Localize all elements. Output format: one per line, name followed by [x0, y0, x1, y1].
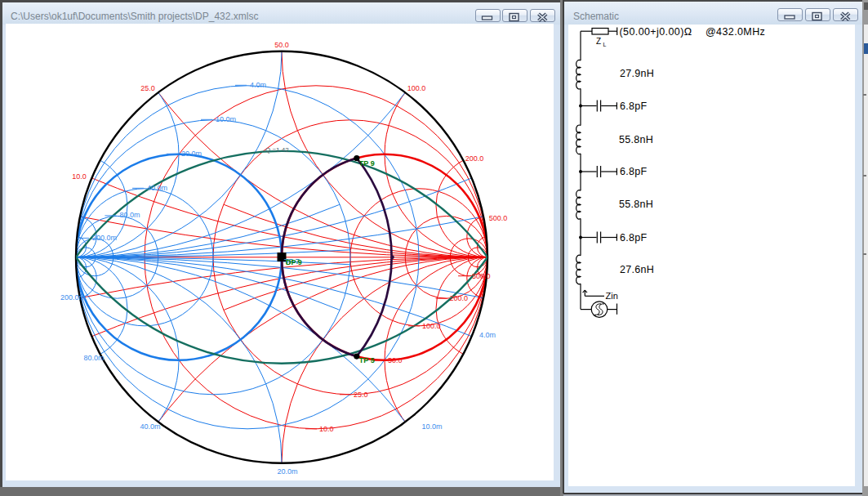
svg-text:6.8pF: 6.8pF [620, 166, 648, 177]
svg-text:200.0m: 200.0m [92, 234, 117, 242]
svg-text:TP 5: TP 5 [359, 356, 375, 364]
svg-text:200.0: 200.0 [450, 294, 469, 302]
svg-text:DP 9: DP 9 [286, 258, 302, 266]
svg-text:40.0m: 40.0m [147, 184, 167, 192]
svg-text:4.0m: 4.0m [479, 331, 496, 339]
svg-text:500.0: 500.0 [472, 272, 491, 280]
svg-text:TP 9: TP 9 [359, 159, 375, 168]
svg-text:25.0: 25.0 [354, 391, 368, 399]
svg-text:20.0m: 20.0m [181, 150, 202, 158]
svg-text:10.0: 10.0 [72, 172, 87, 181]
svg-text:500.0: 500.0 [489, 214, 508, 222]
svg-text:27.9nH: 27.9nH [620, 68, 654, 79]
svg-text:55.8nH: 55.8nH [619, 134, 653, 145]
svg-text:Q =1.42: Q =1.42 [265, 146, 289, 154]
svg-text:@432.0MHz: @432.0MHz [706, 26, 765, 38]
svg-text:20.0m: 20.0m [277, 467, 297, 476]
svg-text:100.0: 100.0 [407, 84, 426, 92]
svg-text:Z: Z [596, 37, 601, 46]
svg-text:27.6nH: 27.6nH [620, 264, 654, 275]
svg-text:50.0: 50.0 [388, 356, 403, 364]
svg-text:10.0m: 10.0m [421, 422, 442, 431]
svg-text:80.0m: 80.0m [83, 354, 104, 362]
svg-text:55.8nH: 55.8nH [619, 199, 653, 210]
svg-text:6.8pF: 6.8pF [620, 101, 648, 112]
svg-text:10.0m: 10.0m [216, 115, 236, 123]
svg-text:(50.00+j0.00)Ω: (50.00+j0.00)Ω [620, 26, 692, 38]
svg-text:Zin: Zin [606, 291, 618, 301]
svg-text:6.8pF: 6.8pF [620, 232, 648, 244]
svg-text:100.0: 100.0 [422, 322, 441, 330]
svg-text:10.0: 10.0 [319, 425, 334, 433]
svg-text:80.0m: 80.0m [119, 211, 140, 219]
svg-text:25.0: 25.0 [140, 84, 155, 92]
svg-text:200.0: 200.0 [465, 154, 484, 163]
svg-text:4.0m: 4.0m [250, 81, 266, 89]
svg-text:40.0m: 40.0m [140, 422, 160, 431]
svg-text:L: L [603, 42, 607, 47]
svg-text:200.0m: 200.0m [60, 293, 85, 302]
svg-text:50.0: 50.0 [274, 41, 289, 49]
